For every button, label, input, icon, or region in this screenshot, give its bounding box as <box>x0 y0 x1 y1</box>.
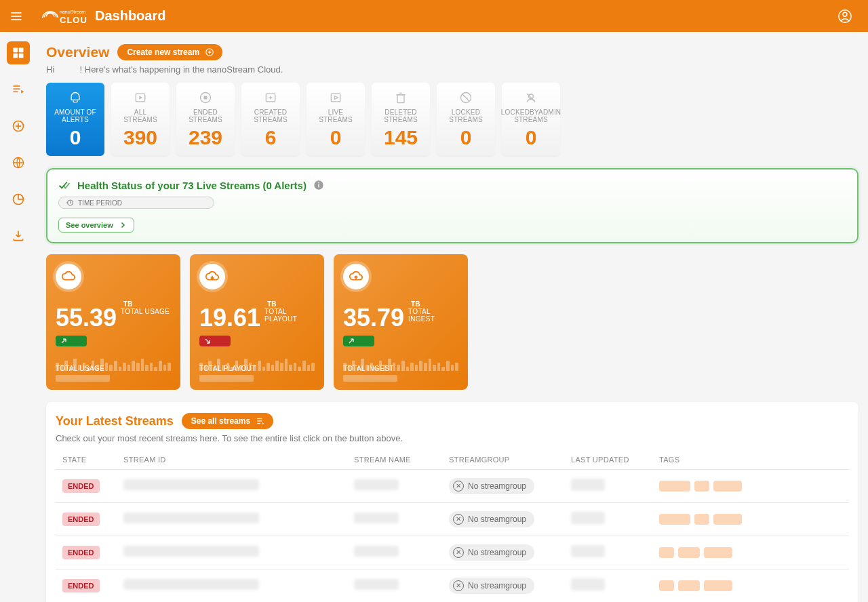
stream-id-redacted <box>123 579 259 590</box>
live-icon <box>329 91 342 104</box>
greeting-text: Hi ! Here's what's happening in the nano… <box>46 64 859 75</box>
lockadmin-icon <box>524 91 538 104</box>
usage-sub: TOTAL PLAYOUT <box>264 308 315 323</box>
tags-cell <box>659 481 842 491</box>
trend-badge <box>343 336 374 346</box>
svg-text:nanoStream: nanoStream <box>60 9 85 14</box>
tags-cell <box>659 580 842 591</box>
info-icon[interactable] <box>313 180 324 190</box>
greeting-suffix: ! Here's what's happening in the nanoStr… <box>80 64 283 75</box>
stat-card-play[interactable]: ALL STREAMS390 <box>111 83 170 156</box>
stat-label: LOCKEDBYADMIN STREAMS <box>501 108 561 123</box>
stat-card-alert[interactable]: AMOUNT OF ALERTS0 <box>46 83 104 156</box>
stat-card-lockadmin[interactable]: LOCKEDBYADMIN STREAMS0 <box>502 83 560 156</box>
svg-rect-10 <box>19 54 24 58</box>
brand-logo: nanoStream CLOUD Dashboard <box>42 7 165 26</box>
delete-icon <box>394 91 408 104</box>
col-last-updated[interactable]: LAST UPDATED <box>564 450 652 470</box>
last-updated-redacted <box>571 479 605 491</box>
svg-line-36 <box>462 94 469 101</box>
stat-card-create[interactable]: CREATED STREAMS6 <box>241 83 300 156</box>
x-circle-icon: ✕ <box>453 514 464 525</box>
table-row[interactable]: ENDED✕No streamgroup <box>56 470 849 503</box>
stat-card-lock[interactable]: LOCKED STREAMS0 <box>437 83 495 156</box>
see-overview-label: See overview <box>66 221 113 229</box>
usage-value-row: 35.79TBTOTAL INGEST <box>343 298 458 330</box>
main-content: Overview Create new stream Hi ! Here's w… <box>37 32 868 602</box>
svg-rect-41 <box>318 182 319 183</box>
last-updated-redacted <box>571 545 605 557</box>
create-icon <box>264 91 277 104</box>
latest-streams-sub: Check out your most recent streams here.… <box>56 433 849 443</box>
check-all-icon <box>58 179 71 191</box>
stop-icon <box>199 91 212 104</box>
svg-marker-14 <box>21 90 24 94</box>
stat-label: ENDED STREAMS <box>189 108 222 123</box>
time-period-selector[interactable]: TIME PERIOD <box>58 197 214 209</box>
nav-world[interactable] <box>7 151 30 174</box>
trend-badge <box>56 336 87 346</box>
col-state[interactable]: STATE <box>56 450 117 470</box>
nav-dashboard[interactable] <box>7 41 30 64</box>
col-stream-id[interactable]: STREAM ID <box>117 450 347 470</box>
streamgroup-label: No streamgroup <box>468 581 526 590</box>
streamgroup-label: No streamgroup <box>468 481 526 491</box>
globe-icon <box>12 156 25 169</box>
see-all-streams-button[interactable]: See all streams <box>182 413 273 429</box>
last-updated-redacted <box>571 578 605 590</box>
tag-placeholder <box>659 481 690 491</box>
usage-card-total-usage[interactable]: 55.39TBTOTAL USAGETOTAL USAGE <box>46 254 180 390</box>
cloud-icon <box>56 264 81 289</box>
state-badge: ENDED <box>62 513 100 526</box>
svg-rect-8 <box>19 48 24 53</box>
download-icon <box>12 229 25 243</box>
trend-badge <box>199 336 231 346</box>
state-badge: ENDED <box>62 479 100 493</box>
col-tags[interactable]: TAGS <box>652 450 849 470</box>
tag-placeholder <box>694 514 709 525</box>
user-menu-button[interactable] <box>835 7 854 26</box>
nav-ingest[interactable] <box>7 224 30 247</box>
tag-placeholder <box>704 547 732 558</box>
tag-placeholder <box>659 514 690 525</box>
usage-value-row: 55.39TBTOTAL USAGE <box>56 298 171 330</box>
streamgroup-label: No streamgroup <box>468 515 526 524</box>
svg-rect-40 <box>318 184 319 188</box>
create-stream-button[interactable]: Create new stream <box>117 44 222 60</box>
greeting-prefix: Hi <box>46 64 54 75</box>
tag-placeholder <box>694 481 709 491</box>
stat-card-delete[interactable]: DELETED STREAMS145 <box>372 83 430 156</box>
menu-button[interactable] <box>7 7 26 26</box>
stat-card-live[interactable]: LIVE STREAMS0 <box>307 83 365 156</box>
health-status-card: Health Status of your 73 Live Streams (0… <box>46 168 859 243</box>
stream-name-redacted <box>354 479 399 490</box>
plus-icon <box>205 47 214 57</box>
stream-name-redacted <box>354 546 399 557</box>
nav-create[interactable] <box>7 115 30 138</box>
streamgroup-pill: ✕No streamgroup <box>449 511 534 527</box>
nav-rail <box>0 32 37 602</box>
stat-value: 0 <box>526 126 537 149</box>
chevron-right-icon <box>119 221 127 229</box>
usage-card-total-playout[interactable]: 19.61TBTOTAL PLAYOUTTOTAL PLAYOUT <box>190 254 324 390</box>
table-row[interactable]: ENDED✕No streamgroup <box>56 569 849 603</box>
svg-point-6 <box>843 12 847 16</box>
see-overview-button[interactable]: See overview <box>58 218 134 233</box>
usage-value: 55.39 <box>56 306 117 330</box>
usage-footer: TOTAL INGEST <box>343 365 458 382</box>
latest-streams-header: Your Latest Streams See all streams <box>56 413 849 429</box>
overview-header: Overview Create new stream <box>46 44 859 60</box>
table-row[interactable]: ENDED✕No streamgroup <box>56 536 849 569</box>
table-row[interactable]: ENDED✕No streamgroup <box>56 503 849 536</box>
col-streamgroup[interactable]: STREAMGROUP <box>442 450 564 470</box>
stat-card-stop[interactable]: ENDED STREAMS239 <box>176 83 235 156</box>
nav-streams[interactable] <box>7 78 30 101</box>
time-period-label: TIME PERIOD <box>78 199 122 207</box>
svg-rect-7 <box>14 48 18 53</box>
usage-sub: TOTAL USAGE <box>121 308 170 315</box>
tags-cell <box>659 547 842 558</box>
nav-metrics[interactable] <box>7 188 30 211</box>
usage-card-total-ingest[interactable]: 35.79TBTOTAL INGESTTOTAL INGEST <box>334 254 468 390</box>
col-stream-name[interactable]: STREAM NAME <box>347 450 442 470</box>
last-updated-redacted <box>571 512 605 524</box>
